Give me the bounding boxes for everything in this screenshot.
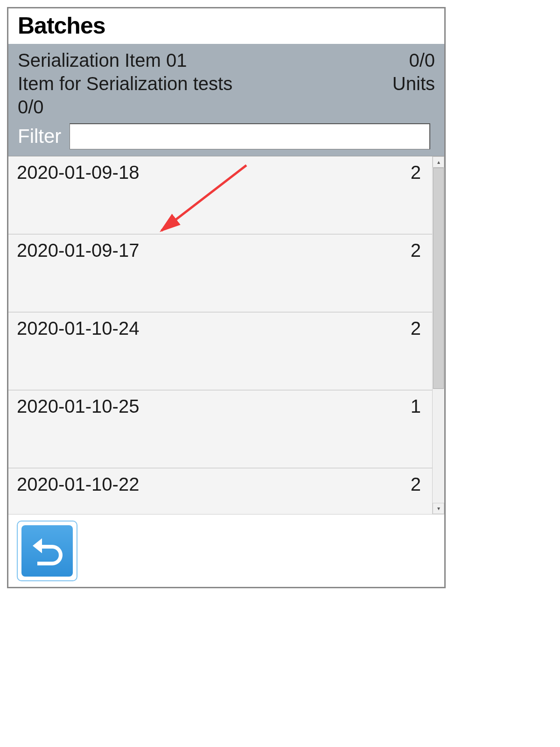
footer <box>8 514 444 587</box>
item-count-top: 0/0 <box>409 49 435 72</box>
filter-row: Filter <box>18 123 435 149</box>
scroll-thumb[interactable] <box>433 168 444 389</box>
batch-qty: 2 <box>411 240 421 261</box>
batch-qty: 1 <box>411 396 421 417</box>
list-item[interactable]: 2020-01-09-18 2 <box>8 156 432 234</box>
info-row-count: 0/0 <box>18 95 435 119</box>
page-title: Batches <box>18 12 435 39</box>
info-row-desc: Item for Serialization tests Units <box>18 72 435 95</box>
units-label: Units <box>392 72 435 95</box>
scroll-track[interactable] <box>433 168 444 503</box>
batch-id: 2020-01-10-24 <box>17 318 139 339</box>
scroll-up-button[interactable]: ▴ <box>433 156 444 168</box>
item-count-bottom: 0/0 <box>18 95 44 119</box>
batch-qty: 2 <box>411 162 421 183</box>
info-panel: Serialization Item 01 0/0 Item for Seria… <box>8 44 444 156</box>
title-bar: Batches <box>8 8 444 44</box>
item-name: Serialization Item 01 <box>18 49 187 72</box>
batch-list: 2020-01-09-18 2 2020-01-09-17 2 2020-01-… <box>8 156 432 514</box>
item-description: Item for Serialization tests <box>18 72 232 95</box>
filter-input[interactable] <box>70 123 430 149</box>
batch-id: 2020-01-10-25 <box>17 396 139 417</box>
list-item[interactable]: 2020-01-09-17 2 <box>8 234 432 312</box>
list-item[interactable]: 2020-01-10-24 2 <box>8 312 432 390</box>
batch-id: 2020-01-09-18 <box>17 162 139 183</box>
batch-qty: 2 <box>411 318 421 339</box>
scroll-down-button[interactable]: ▾ <box>433 503 444 514</box>
batch-id: 2020-01-10-22 <box>17 474 139 495</box>
list-area: 2020-01-09-18 2 2020-01-09-17 2 2020-01-… <box>8 156 444 514</box>
back-button[interactable] <box>17 521 77 581</box>
list-item[interactable]: 2020-01-10-22 2 <box>8 468 432 514</box>
back-icon <box>21 525 73 577</box>
batch-id: 2020-01-09-17 <box>17 240 139 261</box>
list-item[interactable]: 2020-01-10-25 1 <box>8 390 432 468</box>
info-row-item: Serialization Item 01 0/0 <box>18 49 435 72</box>
scrollbar[interactable]: ▴ ▾ <box>432 156 444 514</box>
batch-qty: 2 <box>411 474 421 495</box>
filter-label: Filter <box>18 125 61 148</box>
batches-window: Batches Serialization Item 01 0/0 Item f… <box>7 7 446 588</box>
